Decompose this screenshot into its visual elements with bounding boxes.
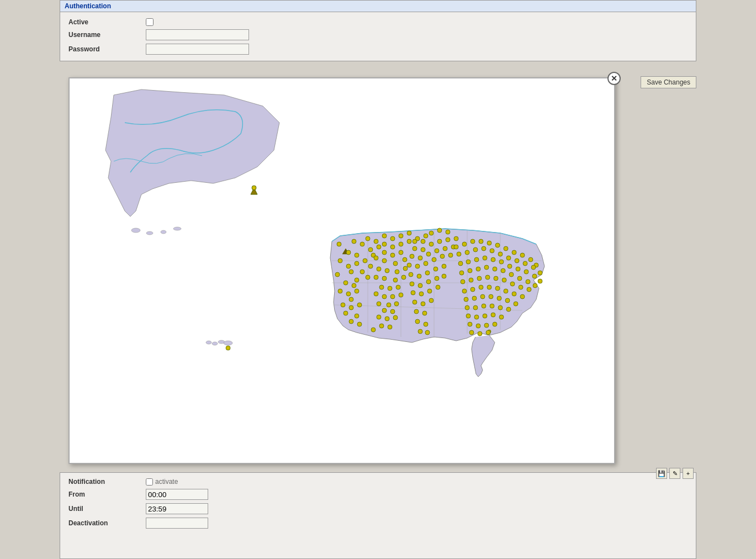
continental-us: [330, 228, 544, 377]
svg-point-51: [399, 234, 403, 238]
map-container[interactable]: [70, 78, 614, 463]
save-button[interactable]: Save Changes: [641, 76, 696, 88]
svg-point-226: [224, 341, 232, 345]
svg-point-77: [374, 292, 378, 296]
svg-point-50: [390, 236, 395, 241]
svg-point-175: [493, 267, 497, 271]
svg-point-168: [524, 270, 528, 274]
svg-point-140: [470, 239, 475, 244]
svg-point-86: [377, 315, 381, 319]
svg-point-166: [507, 264, 512, 268]
svg-point-208: [490, 304, 494, 308]
svg-point-100: [437, 239, 442, 244]
svg-point-188: [519, 285, 523, 289]
from-input[interactable]: [146, 489, 208, 500]
svg-point-112: [432, 257, 436, 262]
close-button[interactable]: ✕: [607, 72, 621, 85]
svg-point-137: [425, 330, 430, 335]
svg-point-198: [464, 297, 468, 302]
svg-point-179: [526, 280, 530, 284]
svg-point-74: [379, 285, 384, 289]
svg-point-182: [469, 278, 473, 282]
svg-point-163: [483, 256, 487, 260]
svg-point-99: [429, 242, 433, 246]
alaska-map: [105, 89, 279, 235]
svg-point-187: [510, 282, 515, 286]
activate-checkbox[interactable]: [146, 478, 153, 486]
svg-point-192: [479, 285, 483, 289]
svg-point-200: [480, 294, 485, 299]
svg-point-22: [346, 264, 351, 268]
deactivation-row: Deactivation: [60, 516, 696, 530]
svg-point-138: [454, 245, 458, 249]
svg-point-103: [410, 254, 414, 259]
svg-point-193: [487, 285, 491, 289]
svg-point-133: [422, 311, 427, 315]
svg-point-141: [479, 239, 483, 244]
svg-point-71: [382, 276, 387, 281]
auth-section: Authentication Active Username Password: [60, 0, 696, 61]
svg-point-185: [494, 276, 498, 281]
svg-point-196: [512, 292, 516, 296]
svg-point-136: [418, 329, 422, 334]
svg-point-38: [338, 289, 342, 293]
active-row: Active: [60, 17, 696, 28]
until-label: Until: [68, 505, 146, 513]
svg-point-80: [399, 293, 403, 297]
svg-point-146: [520, 253, 525, 257]
svg-point-45: [343, 311, 348, 315]
svg-point-145: [512, 250, 516, 255]
svg-point-33: [360, 270, 364, 274]
svg-point-88: [393, 315, 398, 320]
svg-point-174: [484, 265, 489, 270]
svg-point-26: [366, 236, 370, 241]
add-button[interactable]: +: [683, 468, 694, 479]
svg-point-139: [462, 242, 467, 246]
svg-point-78: [382, 294, 387, 299]
svg-point-31: [363, 259, 367, 263]
svg-point-127: [427, 289, 432, 293]
svg-point-165: [499, 260, 504, 264]
svg-point-120: [410, 282, 414, 286]
svg-point-121: [418, 283, 422, 288]
svg-point-132: [414, 309, 419, 314]
svg-point-223: [206, 341, 212, 344]
svg-point-105: [426, 252, 431, 256]
active-label: Active: [68, 18, 146, 26]
svg-point-56: [407, 239, 411, 244]
add-icon: +: [686, 470, 690, 477]
disk-button[interactable]: 💾: [656, 468, 667, 479]
password-input[interactable]: [146, 44, 249, 55]
svg-point-109: [407, 263, 411, 267]
svg-point-2: [161, 230, 166, 234]
svg-point-154: [498, 252, 503, 256]
svg-point-42: [341, 303, 345, 307]
svg-point-209: [498, 305, 503, 310]
svg-point-213: [483, 314, 487, 318]
svg-point-216: [468, 322, 472, 326]
svg-point-125: [411, 291, 415, 295]
svg-point-119: [442, 264, 446, 268]
svg-point-128: [436, 285, 440, 289]
svg-point-224: [212, 342, 218, 345]
edit-button[interactable]: ✎: [669, 468, 680, 479]
svg-point-162: [474, 257, 479, 262]
svg-point-204: [514, 302, 518, 306]
svg-point-219: [493, 322, 497, 326]
from-label: From: [68, 491, 146, 498]
svg-point-215: [499, 315, 504, 319]
svg-point-126: [419, 292, 424, 296]
svg-point-152: [482, 246, 486, 251]
deactivation-input[interactable]: [146, 518, 208, 529]
from-row: From: [60, 487, 696, 502]
username-input[interactable]: [146, 29, 249, 40]
svg-point-15: [337, 242, 341, 246]
map-overlay: ✕ Jo: [68, 77, 615, 464]
active-checkbox[interactable]: [146, 18, 154, 26]
edit-icon: ✎: [673, 470, 678, 477]
svg-point-173: [476, 267, 480, 271]
svg-point-131: [429, 298, 433, 303]
svg-point-39: [346, 292, 351, 296]
activate-text: activate: [155, 478, 178, 486]
until-input[interactable]: [146, 503, 208, 514]
